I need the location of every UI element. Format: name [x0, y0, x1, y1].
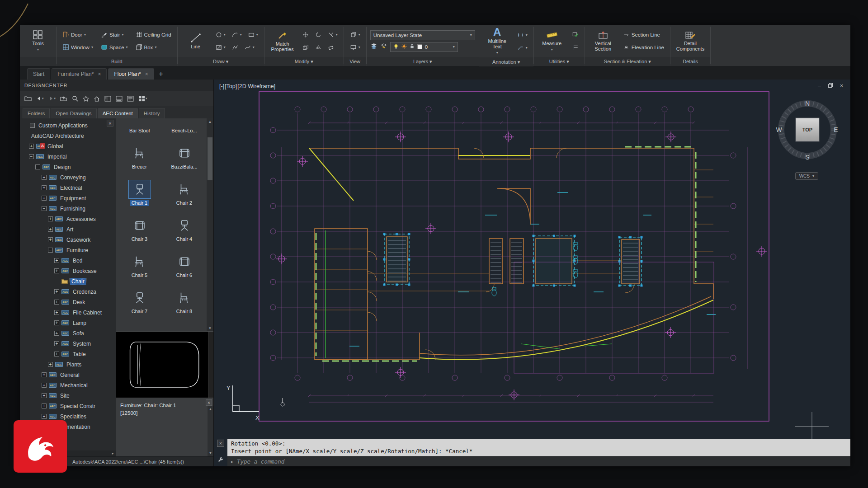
vertical-section-button[interactable]: Vertical Section: [589, 27, 618, 55]
layer-state-dropdown[interactable]: Unsaved Layer State ▾: [370, 30, 475, 40]
expand-toggle-icon[interactable]: +: [48, 216, 53, 221]
stair-button[interactable]: Stair▾: [99, 29, 130, 40]
erase-button[interactable]: [326, 42, 336, 53]
tree-close-icon[interactable]: ×: [107, 120, 113, 127]
tree-item-electrical[interactable]: + AECElectrical: [20, 183, 116, 193]
tree-item-lamp[interactable]: + AECLamp: [20, 318, 116, 328]
tree-item-imperial[interactable]: − AECImperial: [20, 151, 116, 162]
expand-toggle-icon[interactable]: +: [48, 237, 53, 242]
tree-item-design[interactable]: − AECDesign: [20, 162, 116, 172]
content-item-chair-7[interactable]: Chair 7: [117, 280, 162, 316]
tree-item-general[interactable]: + AECGeneral: [20, 370, 116, 380]
rotate-button[interactable]: [313, 29, 324, 40]
tree-item-art[interactable]: + AECArt: [20, 224, 116, 235]
expand-toggle-icon[interactable]: +: [29, 144, 34, 149]
scroll-up-icon[interactable]: ▲: [208, 118, 212, 125]
scroll-right-icon[interactable]: ▸: [110, 451, 116, 455]
content-item-bar-stool[interactable]: Bar Stool: [117, 119, 162, 136]
expand-toggle-icon[interactable]: +: [42, 393, 47, 398]
dc-preview-toggle-button[interactable]: [114, 93, 124, 104]
space-button[interactable]: Space▾: [99, 42, 130, 53]
copy-button[interactable]: [300, 42, 311, 53]
command-input[interactable]: [237, 458, 847, 465]
close-tab-icon[interactable]: ×: [145, 71, 148, 77]
content-item-chair-1[interactable]: Chair 1: [117, 172, 162, 208]
quick-select-button[interactable]: [570, 29, 581, 40]
door-button[interactable]: Door▾: [60, 29, 95, 40]
dc-load-button[interactable]: [23, 93, 33, 104]
compass-north-label[interactable]: N: [805, 100, 810, 107]
detail-components-button[interactable]: Detail Components: [674, 27, 707, 55]
measure-button[interactable]: Measure ▾: [538, 27, 566, 55]
dc-tree-toggle-button[interactable]: [103, 93, 113, 104]
floor-plan-drawing[interactable]: [214, 80, 850, 466]
description-scrollbar[interactable]: ▲▼: [208, 406, 213, 456]
tree-item-casework[interactable]: + AECCasework: [20, 235, 116, 245]
model-space-canvas[interactable]: [-] [Top] [2D Wireframe] – × N S W E TOP: [214, 80, 850, 466]
close-icon[interactable]: ×: [840, 83, 843, 89]
tree-item-bookcase[interactable]: + AECBookcase: [20, 266, 116, 276]
expand-toggle-icon[interactable]: +: [54, 300, 59, 305]
content-item-chair-2[interactable]: Chair 2: [162, 172, 207, 208]
collapse-toggle-icon[interactable]: −: [42, 206, 47, 211]
tree-item-desk[interactable]: + AECDesk: [20, 297, 116, 307]
arc-button[interactable]: ▾: [230, 29, 244, 40]
tab-history[interactable]: History: [139, 108, 165, 118]
expand-toggle-icon[interactable]: +: [48, 362, 53, 367]
viewport-visual-style-control[interactable]: [2D Wireframe]: [237, 83, 275, 89]
dc-favorites-button[interactable]: [81, 93, 91, 104]
description-close-icon[interactable]: ×: [206, 399, 212, 406]
expand-toggle-icon[interactable]: +: [54, 331, 59, 336]
expand-toggle-icon[interactable]: +: [42, 404, 47, 408]
hatch-button[interactable]: ▾: [213, 42, 228, 53]
wrench-icon[interactable]: [217, 456, 224, 465]
compass-south-label[interactable]: S: [805, 154, 809, 161]
expand-toggle-icon[interactable]: +: [42, 196, 47, 201]
leader-button[interactable]: ▾: [515, 42, 530, 53]
new-tab-button[interactable]: +: [156, 69, 166, 80]
collapse-toggle-icon[interactable]: −: [35, 164, 40, 169]
expand-toggle-icon[interactable]: +: [54, 258, 59, 263]
tree-item-conveying[interactable]: + AECConveying: [20, 172, 116, 183]
tab-open-drawings[interactable]: Open Drawings: [51, 108, 96, 118]
doc-tab-floor-plan[interactable]: Floor Plan* ×: [108, 68, 154, 80]
viewport-minus-control[interactable]: [-]: [219, 83, 224, 89]
tree-item-equipment[interactable]: + AECEquipment: [20, 193, 116, 203]
content-item-chair-5[interactable]: Chair 5: [117, 244, 162, 280]
view-navigate-button[interactable]: ▾: [348, 29, 363, 40]
dc-home-button[interactable]: [92, 93, 102, 104]
current-layer-dropdown[interactable]: 0 ▾: [390, 42, 458, 52]
dc-search-button[interactable]: [70, 93, 80, 104]
content-item-breuer[interactable]: Breuer: [117, 136, 162, 172]
content-item-chair-4[interactable]: Chair 4: [162, 208, 207, 244]
trim-button[interactable]: ▾: [326, 29, 340, 40]
tree-item-bed[interactable]: + AECBed: [20, 255, 116, 266]
tools-button[interactable]: Tools ▾: [24, 27, 52, 55]
expand-toggle-icon[interactable]: +: [54, 268, 59, 273]
expand-toggle-icon[interactable]: +: [48, 227, 53, 232]
content-scrollbar[interactable]: ▲ ▼: [207, 118, 213, 331]
dimension-button[interactable]: ▾: [515, 29, 530, 40]
tree-item-chair[interactable]: Chair: [20, 276, 116, 286]
collapse-toggle-icon[interactable]: −: [29, 154, 34, 159]
expand-toggle-icon[interactable]: +: [42, 175, 47, 180]
close-tab-icon[interactable]: ×: [98, 71, 101, 77]
quick-calc-button[interactable]: [570, 42, 581, 53]
minimize-icon[interactable]: –: [818, 83, 821, 89]
expand-toggle-icon[interactable]: +: [54, 352, 59, 357]
tree-item-autocad-architecture[interactable]: AAutoCAD Architecture: [20, 131, 116, 141]
preview-scrollbar[interactable]: [208, 332, 213, 398]
tree-item-credenza[interactable]: + AECCredenza: [20, 286, 116, 297]
command-close-icon[interactable]: ×: [217, 440, 224, 447]
tree-item-plants[interactable]: + AECPlants: [20, 359, 116, 370]
elevation-line-button[interactable]: Elevation Line: [621, 42, 666, 53]
content-item-chair-3[interactable]: Chair 3: [117, 208, 162, 244]
collapse-toggle-icon[interactable]: −: [48, 248, 53, 253]
scroll-down-icon[interactable]: ▼: [208, 325, 212, 331]
tree-item-table[interactable]: + AECTable: [20, 349, 116, 359]
tree-item-site[interactable]: + AECSite: [20, 390, 116, 401]
doc-tab-furniture-plan[interactable]: Furniture Plan* ×: [52, 68, 107, 80]
section-line-button[interactable]: Section Line: [621, 29, 666, 40]
layer-properties-icon[interactable]: [370, 42, 377, 51]
compass-east-label[interactable]: E: [834, 126, 838, 133]
